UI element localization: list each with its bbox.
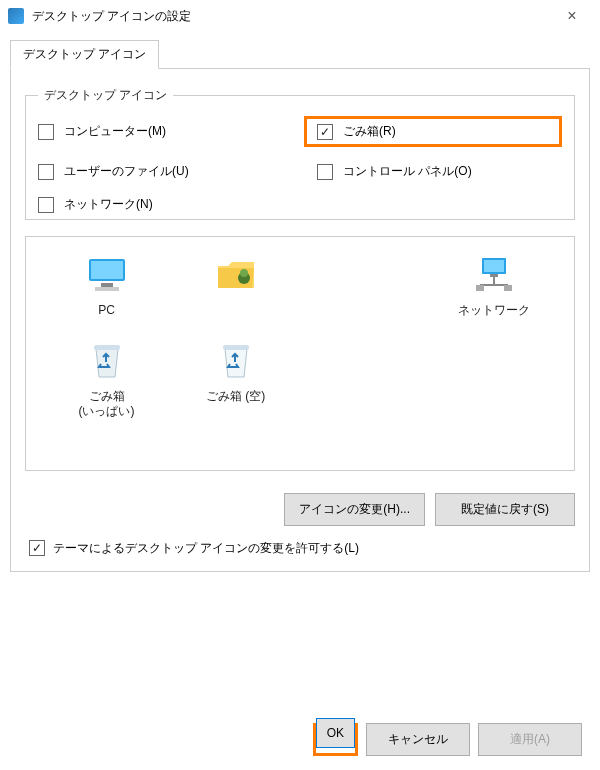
window-title: デスクトップ アイコンの設定 (32, 8, 552, 25)
change-icon-button[interactable]: アイコンの変更(H)... (284, 493, 425, 526)
checkbox-recyclebin[interactable]: ごみ箱(R) (317, 123, 396, 140)
svg-rect-12 (504, 285, 512, 291)
checkbox-label: ごみ箱(R) (343, 123, 396, 140)
button-label: 既定値に戻す(S) (461, 502, 549, 516)
tab-desktop-icons[interactable]: デスクトップ アイコン (10, 40, 159, 69)
svg-rect-14 (223, 345, 249, 350)
folder-icon (214, 253, 258, 297)
svg-rect-8 (490, 274, 498, 277)
button-label: キャンセル (388, 732, 448, 746)
button-label: OK (327, 726, 344, 740)
icon-label: PC (98, 303, 115, 319)
icon-item-pc[interactable]: PC (42, 253, 171, 319)
close-icon[interactable]: × (552, 0, 592, 32)
checkbox-icon (38, 164, 54, 180)
checkbox-label: ユーザーのファイル(U) (64, 163, 189, 180)
svg-rect-7 (484, 260, 504, 272)
button-label: 適用(A) (510, 732, 550, 746)
checkbox-icon (38, 124, 54, 140)
network-icon (472, 253, 516, 297)
checkbox-label: テーマによるデスクトップ アイコンの変更を許可する(L) (53, 540, 359, 557)
checkbox-icon (317, 164, 333, 180)
icon-preview-panel: PC ネットワーク (25, 236, 575, 471)
restore-default-button[interactable]: 既定値に戻す(S) (435, 493, 575, 526)
window-icon (8, 8, 24, 24)
icon-label: ごみ箱 (空) (206, 389, 265, 405)
checkbox-label: コントロール パネル(O) (343, 163, 472, 180)
svg-rect-11 (476, 285, 484, 291)
checkbox-icon (317, 124, 333, 140)
checkbox-userfiles[interactable]: ユーザーのファイル(U) (38, 163, 296, 180)
dialog-button-row: OK キャンセル 適用(A) (313, 723, 582, 756)
icon-label: ネットワーク (458, 303, 530, 319)
icon-item-userfolder[interactable] (171, 253, 300, 319)
checkbox-icon (38, 197, 54, 213)
icon-item-network[interactable]: ネットワーク (429, 253, 558, 319)
group-legend: デスクトップ アイコン (38, 87, 173, 104)
checkbox-computer[interactable]: コンピューター(M) (38, 116, 296, 147)
tab-label: デスクトップ アイコン (23, 47, 146, 61)
svg-rect-1 (91, 261, 123, 279)
checkbox-network[interactable]: ネットワーク(N) (38, 196, 296, 213)
icon-item-recycle-empty[interactable]: ごみ箱 (空) (171, 339, 300, 420)
pc-icon (85, 253, 129, 297)
cancel-button[interactable]: キャンセル (366, 723, 470, 756)
window-titlebar: デスクトップ アイコンの設定 × (0, 0, 600, 32)
svg-rect-2 (101, 283, 113, 287)
checkbox-icon (29, 540, 45, 556)
svg-rect-3 (95, 287, 119, 291)
desktop-icons-group: デスクトップ アイコン コンピューター(M) ごみ箱(R) ユーザーのファイル(… (25, 87, 575, 220)
tab-panel: デスクトップ アイコン コンピューター(M) ごみ箱(R) ユーザーのファイル(… (10, 68, 590, 572)
icon-item-recycle-full[interactable]: ごみ箱 (いっぱい) (42, 339, 171, 420)
highlight-ok: OK (313, 723, 358, 756)
ok-button[interactable]: OK (316, 718, 355, 748)
highlight-recyclebin: ごみ箱(R) (304, 116, 562, 147)
icon-label: ごみ箱 (いっぱい) (79, 389, 135, 420)
svg-rect-13 (94, 345, 120, 350)
apply-button[interactable]: 適用(A) (478, 723, 582, 756)
checkbox-allow-theme-change[interactable]: テーマによるデスクトップ アイコンの変更を許可する(L) (29, 540, 575, 557)
svg-point-5 (240, 269, 248, 277)
checkbox-controlpanel[interactable]: コントロール パネル(O) (304, 163, 562, 180)
checkbox-label: コンピューター(M) (64, 123, 166, 140)
recycle-full-icon (85, 339, 129, 383)
recycle-empty-icon (214, 339, 258, 383)
checkbox-label: ネットワーク(N) (64, 196, 153, 213)
button-label: アイコンの変更(H)... (299, 502, 410, 516)
